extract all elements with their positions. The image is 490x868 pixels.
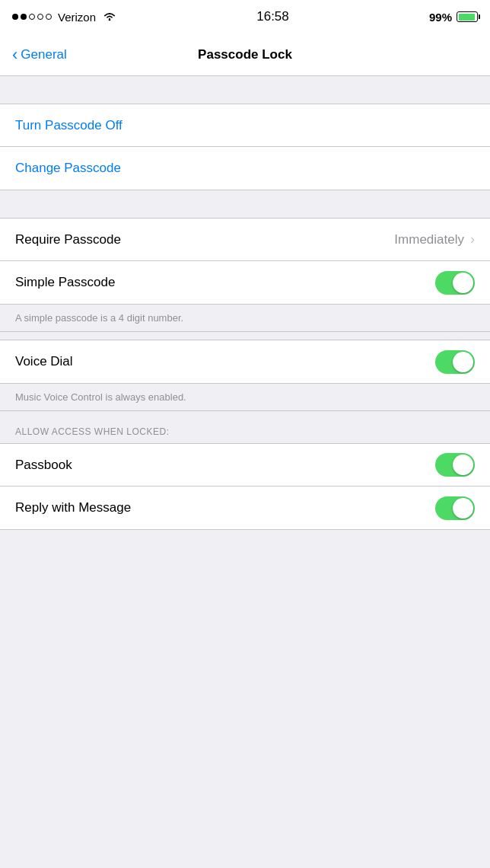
require-passcode-right: Immediately ›	[394, 231, 475, 247]
signal-dot-5	[46, 14, 52, 20]
back-button[interactable]: ‹ General	[12, 46, 67, 63]
require-passcode-value: Immediately	[394, 232, 464, 247]
voice-dial-section: Voice Dial	[0, 340, 490, 384]
status-left: Verizon	[12, 11, 116, 24]
passcode-actions-section: Turn Passcode Off Change Passcode	[0, 104, 490, 190]
battery-percent: 99%	[429, 11, 452, 24]
voice-dial-toggle[interactable]	[435, 350, 475, 374]
section-gap-1	[0, 76, 490, 104]
signal-dot-2	[21, 14, 27, 20]
voice-dial-info: Music Voice Control is always enabled.	[0, 384, 490, 411]
simple-passcode-toggle-knob	[453, 273, 473, 293]
simple-passcode-info: A simple passcode is a 4 digit number.	[0, 305, 490, 332]
section-gap-3	[0, 332, 490, 340]
require-passcode-row[interactable]: Require Passcode Immediately ›	[0, 219, 490, 261]
turn-passcode-off-label: Turn Passcode Off	[15, 118, 123, 133]
svg-point-0	[109, 18, 111, 21]
status-right: 99%	[429, 11, 478, 24]
allow-access-header-text: ALLOW ACCESS WHEN LOCKED:	[15, 426, 170, 437]
nav-bar: ‹ General Passcode Lock	[0, 34, 490, 76]
simple-passcode-row[interactable]: Simple Passcode	[0, 261, 490, 304]
voice-dial-label: Voice Dial	[15, 354, 73, 369]
passbook-toggle-knob	[453, 455, 473, 475]
change-passcode-row[interactable]: Change Passcode	[0, 147, 490, 190]
allow-access-section: Passbook Reply with Message	[0, 443, 490, 530]
signal-dot-4	[37, 14, 43, 20]
simple-passcode-label: Simple Passcode	[15, 275, 115, 290]
simple-passcode-info-text: A simple passcode is a 4 digit number.	[15, 312, 183, 324]
passbook-row[interactable]: Passbook	[0, 444, 490, 487]
section-gap-2	[0, 190, 490, 218]
status-bar: Verizon 16:58 99%	[0, 0, 490, 34]
passbook-label: Passbook	[15, 458, 72, 473]
wifi-icon	[103, 11, 116, 24]
passcode-settings-section: Require Passcode Immediately › Simple Pa…	[0, 218, 490, 305]
carrier-label: Verizon	[58, 11, 96, 24]
page-title: Passcode Lock	[198, 47, 292, 62]
reply-with-message-row[interactable]: Reply with Message	[0, 487, 490, 529]
voice-dial-info-text: Music Voice Control is always enabled.	[15, 391, 186, 403]
allow-access-header: ALLOW ACCESS WHEN LOCKED:	[0, 411, 490, 443]
status-time: 16:58	[256, 9, 289, 24]
signal-strength	[12, 14, 52, 20]
voice-dial-toggle-knob	[453, 352, 473, 372]
back-chevron-icon: ‹	[12, 46, 18, 63]
back-label: General	[21, 47, 66, 62]
simple-passcode-toggle[interactable]	[435, 271, 475, 295]
battery-icon	[457, 11, 478, 22]
turn-passcode-off-row[interactable]: Turn Passcode Off	[0, 104, 490, 147]
require-passcode-label: Require Passcode	[15, 232, 121, 247]
voice-dial-row[interactable]: Voice Dial	[0, 340, 490, 383]
reply-with-message-toggle[interactable]	[435, 496, 475, 520]
change-passcode-label: Change Passcode	[15, 161, 121, 176]
passbook-toggle[interactable]	[435, 453, 475, 477]
require-passcode-chevron-icon: ›	[470, 231, 475, 247]
reply-with-message-toggle-knob	[453, 498, 473, 519]
signal-dot-3	[29, 14, 35, 20]
reply-with-message-label: Reply with Message	[15, 500, 131, 515]
signal-dot-1	[12, 14, 18, 20]
